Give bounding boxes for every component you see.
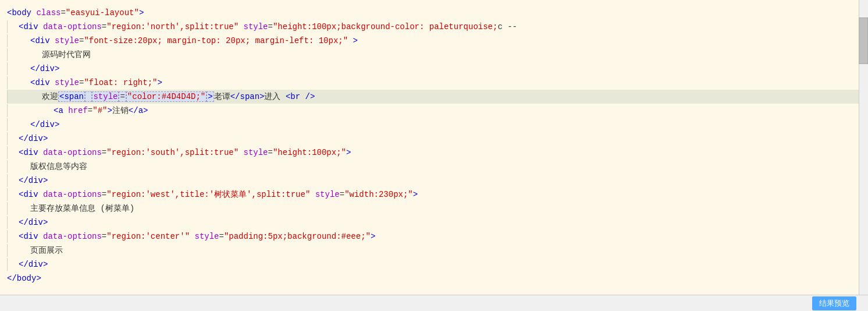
- token-quoted-red: "padding:5px;background:#eee;": [224, 232, 371, 241]
- token-tag: </div>: [19, 218, 48, 227]
- token-attr-name: style: [194, 232, 219, 241]
- token-tag: </div>: [30, 64, 59, 73]
- line-content: </body>: [7, 272, 868, 285]
- token-tag-hl: >: [208, 92, 212, 101]
- table-row: <div style="font-size:20px; margin-top: …: [7, 34, 868, 48]
- line-content: 欢迎<span style="color:#4D4D4D;">老谭</span>…: [42, 90, 868, 103]
- token-chinese-text: 欢迎: [42, 92, 58, 101]
- line-content: 主要存放菜单信息 (树菜单): [30, 202, 868, 215]
- indent-spacer: [7, 90, 42, 103]
- token-plain: [310, 190, 315, 199]
- token-quoted-red: "width:230px;": [344, 190, 413, 199]
- editor-container: <body class="easyui-layout"><div data-op…: [0, 0, 868, 311]
- token-plain: [38, 190, 43, 199]
- token-quoted-red: "font-size:20px; margin-top: 20px; margi…: [84, 36, 348, 45]
- token-tag: </div>: [19, 176, 48, 185]
- token-attr-name: style: [244, 148, 268, 157]
- table-row: <a href="#">注销</a>: [7, 104, 868, 118]
- token-plain: [239, 22, 243, 31]
- token-plain-hl: =: [120, 92, 124, 101]
- indent-spacer: [7, 160, 30, 173]
- token-tag: <div: [19, 190, 38, 199]
- indent-spacer: [7, 20, 19, 33]
- token-plain: =: [102, 232, 106, 241]
- token-plain: =: [219, 232, 224, 241]
- table-row: <div data-options="region:'south',split:…: [7, 146, 868, 160]
- token-attr-name: style: [315, 190, 340, 199]
- table-row: <div data-options="region:'west',title:'…: [7, 188, 868, 202]
- token-plain: [38, 232, 43, 241]
- line-content: </div>: [30, 118, 868, 131]
- token-plain: [38, 22, 43, 31]
- line-content: 页面展示: [30, 244, 868, 257]
- token-tag: <div: [30, 36, 50, 45]
- line-content: <div style="font-size:20px; margin-top: …: [30, 34, 868, 47]
- token-attr-name: style: [55, 78, 79, 87]
- token-attr-name: data-options: [43, 22, 102, 31]
- token-plain: =: [268, 22, 273, 31]
- token-tag: >: [139, 8, 144, 17]
- token-plain: c --: [497, 22, 517, 31]
- table-row: <div data-options="region:'center'" styl…: [7, 229, 868, 243]
- token-tag: <div: [19, 148, 38, 157]
- token-tag: >: [346, 148, 351, 157]
- token-plain: =: [102, 190, 106, 199]
- token-quoted-red: "region:'south',split:true": [106, 148, 239, 157]
- token-quoted-red: "height:100px;": [273, 148, 346, 157]
- token-plain: [348, 36, 353, 45]
- indent-spacer: [7, 230, 19, 243]
- token-attr-name: style: [244, 22, 268, 31]
- line-content: <div data-options="region:'west',title:'…: [19, 188, 868, 201]
- scrollbar-thumb[interactable]: [859, 17, 868, 64]
- table-row: <div style="float: right;">: [7, 76, 868, 90]
- code-area[interactable]: <body class="easyui-layout"><div data-op…: [0, 0, 868, 295]
- token-tag: <div: [19, 232, 38, 241]
- token-tag: >: [353, 36, 358, 45]
- table-row: </body>: [7, 271, 868, 285]
- table-row: 版权信息等内容: [7, 160, 868, 174]
- table-row: <body class="easyui-layout">: [7, 6, 868, 20]
- token-tag: >: [413, 190, 418, 199]
- token-plain: =: [102, 22, 106, 31]
- line-content: 源码时代官网: [42, 48, 868, 61]
- table-row: <div data-options="region:'north',split:…: [7, 20, 868, 34]
- indent-spacer: [7, 202, 30, 215]
- code-wrapper: <body class="easyui-layout"><div data-op…: [0, 3, 868, 288]
- token-chinese-text: 源码时代官网: [42, 50, 91, 59]
- token-tag: >: [157, 78, 162, 87]
- token-attr-name: style: [55, 36, 79, 45]
- token-tag: </a>: [129, 106, 148, 115]
- token-tag: </div>: [30, 120, 59, 129]
- indent-spacer: [7, 244, 30, 257]
- token-tag: />: [305, 92, 315, 101]
- line-content: </div>: [19, 174, 868, 187]
- token-tag-hl: <span: [59, 92, 84, 101]
- line-content: <div data-options="region:'center'" styl…: [19, 230, 868, 243]
- token-chinese-text: 老谭: [214, 92, 230, 101]
- token-quoted-red: "region:'center'": [106, 232, 190, 241]
- token-chinese-text: 页面展示: [30, 246, 63, 255]
- token-tag: <div: [30, 78, 50, 87]
- token-tag: </body>: [7, 274, 41, 283]
- line-content: </div>: [30, 62, 868, 75]
- table-row: </div>: [7, 132, 868, 146]
- line-content: <body class="easyui-layout">: [7, 6, 868, 19]
- line-content: </div>: [19, 258, 868, 271]
- token-chinese-text: 进入: [264, 92, 285, 101]
- token-plain-hl: [86, 92, 91, 101]
- token-tag: <br: [286, 92, 300, 101]
- preview-button[interactable]: 结果预览: [812, 296, 856, 310]
- token-quoted-red: "float: right;": [84, 78, 157, 87]
- scrollbar[interactable]: [859, 0, 868, 295]
- indent-spacer: [7, 146, 19, 159]
- token-plain: [239, 148, 243, 157]
- table-row: 页面展示: [7, 243, 868, 257]
- token-attr-name-hl: style: [93, 92, 118, 101]
- indent-spacer: [7, 48, 42, 61]
- line-content: 版权信息等内容: [30, 160, 868, 173]
- line-content: <div data-options="region:'south',split:…: [19, 146, 868, 159]
- table-row: </div>: [7, 215, 868, 229]
- table-row: </div>: [7, 257, 868, 271]
- line-content: </div>: [19, 132, 868, 145]
- token-tag: <body: [7, 8, 31, 17]
